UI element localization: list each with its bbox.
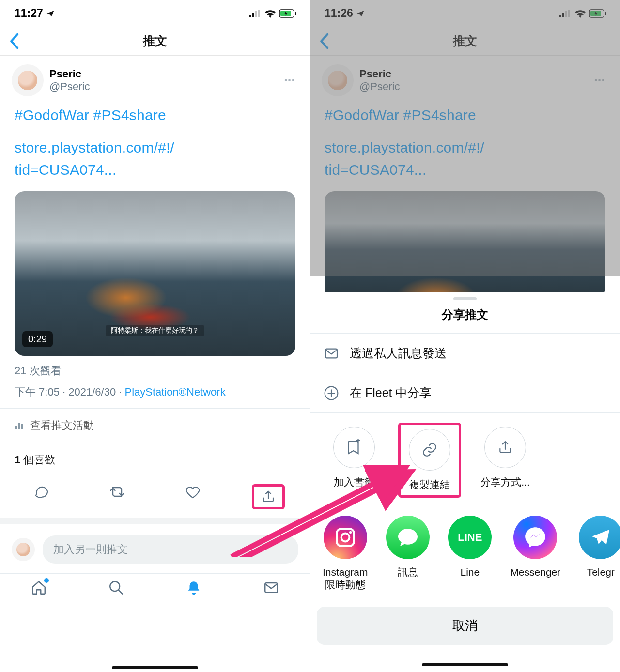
messenger-icon	[513, 516, 557, 559]
avatar[interactable]	[12, 64, 44, 96]
share-options-row: 加入書籤 複製連結 分享方式...	[310, 412, 620, 503]
reply-button[interactable]	[25, 484, 59, 509]
tab-search[interactable]	[108, 580, 124, 596]
left-screenshot: 11:27 推文 Pseric @Pseric ••• #GodofWar #P…	[0, 0, 310, 672]
user-names[interactable]: Pseric @Pseric	[49, 68, 90, 93]
svg-rect-0	[249, 15, 251, 17]
option-fleet[interactable]: 在 Fleet 中分享	[310, 373, 620, 412]
back-button[interactable]	[9, 33, 19, 49]
svg-rect-3	[258, 10, 260, 17]
compose-row: 加入另一則推文	[0, 518, 310, 573]
tweet-actions	[0, 477, 310, 518]
video-thumbnail[interactable]: 阿特柔斯：我在什麼好玩的？ 0:29	[15, 191, 295, 356]
app-line[interactable]: LINELine	[448, 516, 492, 592]
wifi-icon	[264, 9, 276, 18]
video-subtitle: 阿特柔斯：我在什麼好玩的？	[106, 325, 204, 336]
instagram-icon	[324, 516, 367, 559]
app-messenger[interactable]: Messenger	[510, 516, 560, 592]
svg-rect-21	[337, 529, 354, 546]
view-count: 21 次觀看	[0, 356, 310, 385]
source-app[interactable]: PlayStation®Network	[125, 386, 226, 398]
home-indicator	[112, 666, 198, 669]
app-telegram[interactable]: Telegr	[579, 516, 620, 592]
bookmark-option[interactable]: 加入書籤	[323, 427, 386, 497]
bookmark-add-icon	[333, 427, 375, 468]
likes-row[interactable]: 1 個喜歡	[0, 443, 310, 477]
app-instagram[interactable]: Instagram 限時動態	[323, 516, 368, 592]
svg-rect-7	[16, 426, 17, 429]
svg-point-22	[341, 533, 349, 541]
link-icon	[409, 429, 450, 471]
battery-charging-icon	[279, 9, 296, 18]
cancel-button[interactable]: 取消	[317, 607, 613, 645]
display-name: Pseric	[49, 68, 90, 80]
line-icon: LINE	[448, 516, 492, 559]
nav-title: 推文	[143, 33, 167, 49]
video-duration: 0:29	[22, 331, 53, 347]
like-button[interactable]	[176, 484, 210, 509]
retweet-button[interactable]	[100, 484, 134, 509]
svg-rect-2	[255, 11, 257, 17]
cellular-icon	[249, 10, 262, 17]
share-via-option[interactable]: 分享方式...	[474, 427, 537, 497]
tweet-header: Pseric @Pseric •••	[0, 56, 310, 100]
more-menu[interactable]: •••	[281, 73, 298, 88]
status-bar: 11:27	[0, 0, 310, 27]
analytics-icon	[15, 421, 24, 430]
handle: @Pseric	[49, 80, 90, 93]
tweet-meta: 下午 7:05 · 2021/6/30 · PlayStation®Networ…	[0, 385, 310, 408]
overlay-dim[interactable]	[310, 0, 620, 276]
svg-rect-1	[252, 13, 254, 17]
tab-messages[interactable]	[263, 580, 279, 596]
sheet-title: 分享推文	[310, 304, 620, 334]
svg-point-23	[349, 531, 352, 533]
compose-input[interactable]: 加入另一則推文	[43, 535, 298, 564]
sheet-handle[interactable]	[453, 297, 477, 300]
svg-rect-8	[18, 423, 20, 429]
share-sheet: 分享推文 透過私人訊息發送 在 Fleet 中分享 加入書籤 複製連結 分享方式…	[310, 292, 620, 672]
tab-home[interactable]	[31, 580, 47, 596]
home-indicator	[422, 663, 508, 666]
nav-bar: 推文	[0, 27, 310, 56]
telegram-icon	[579, 516, 620, 559]
status-time: 11:27	[15, 7, 55, 20]
compose-avatar[interactable]	[12, 538, 35, 561]
share-icon	[484, 427, 526, 468]
tab-bar	[0, 573, 310, 609]
share-button[interactable]	[252, 484, 285, 509]
view-activity[interactable]: 查看推文活動	[0, 409, 310, 443]
option-dm[interactable]: 透過私人訊息發送	[310, 334, 620, 373]
svg-rect-9	[21, 424, 23, 429]
hashtags[interactable]: #GodofWar #PS4share	[15, 104, 295, 127]
tweet-body: #GodofWar #PS4share store.playstation.co…	[0, 100, 310, 182]
plus-circle-icon	[324, 385, 339, 401]
tab-notifications[interactable]	[186, 580, 202, 596]
copy-link-option[interactable]: 複製連結	[398, 423, 461, 497]
app-messages[interactable]: 訊息	[386, 516, 430, 592]
right-screenshot: 11:26 推文 Pseric@Pseric••• #GodofWar #PS4…	[310, 0, 620, 672]
tweet-link[interactable]: store.playstation.com/#!/ tid=CUSA074...	[15, 137, 295, 182]
app-row: Instagram 限時動態 訊息 LINELine Messenger Tel…	[310, 504, 620, 598]
messages-icon	[386, 516, 430, 559]
svg-rect-6	[295, 12, 296, 15]
envelope-icon	[324, 346, 339, 361]
